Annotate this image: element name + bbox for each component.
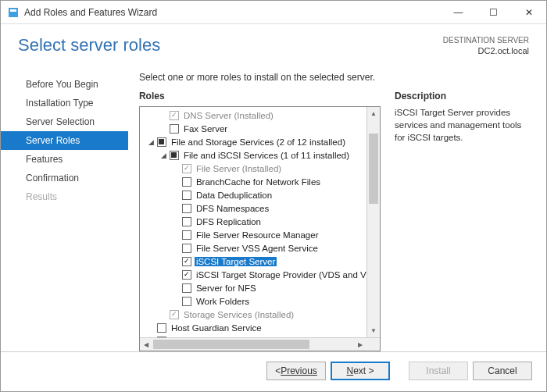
checkbox[interactable] xyxy=(182,230,191,240)
description-label: Description xyxy=(395,91,534,102)
checkbox[interactable] xyxy=(157,323,166,333)
checkbox[interactable] xyxy=(182,191,191,200)
tree-row[interactable]: Data Deduplication xyxy=(140,188,380,201)
close-button[interactable]: ✕ xyxy=(511,1,546,24)
description-column: Description iSCSI Target Server provides… xyxy=(395,91,534,351)
checkbox[interactable] xyxy=(170,111,179,120)
nav-item-features[interactable]: Features xyxy=(1,150,128,169)
nav-item-server-roles[interactable]: Server Roles xyxy=(1,131,128,150)
expander-none xyxy=(173,284,181,292)
tree-row[interactable]: File Server (Installed) xyxy=(140,162,380,175)
previous-button[interactable]: < Previous xyxy=(266,362,326,380)
tree-row[interactable]: Storage Services (Installed) xyxy=(140,308,380,321)
checkbox[interactable] xyxy=(170,124,179,134)
expander-none xyxy=(173,258,181,265)
scroll-thumb-vertical[interactable] xyxy=(369,134,378,204)
role-label[interactable]: File Server VSS Agent Service xyxy=(195,244,320,253)
expander-none xyxy=(173,231,181,239)
role-label[interactable]: File Server (Installed) xyxy=(195,164,283,173)
expander-open-icon[interactable]: ◢ xyxy=(148,138,156,146)
app-icon xyxy=(7,6,20,19)
nav-item-before-you-begin[interactable]: Before You Begin xyxy=(1,75,128,94)
svg-rect-1 xyxy=(10,9,16,12)
expander-open-icon[interactable]: ◢ xyxy=(160,151,168,159)
destination-server: DESTINATION SERVER DC2.oct.local xyxy=(443,35,529,56)
nav-item-installation-type[interactable]: Installation Type xyxy=(1,94,128,112)
roles-tree-container: DNS Server (Installed)Fax Server◢File an… xyxy=(139,106,381,351)
checkbox[interactable] xyxy=(170,151,179,160)
cancel-button[interactable]: Cancel xyxy=(473,362,532,380)
role-label[interactable]: File and iSCSI Services (1 of 11 install… xyxy=(182,151,351,160)
checkbox[interactable] xyxy=(170,310,179,319)
checkbox[interactable] xyxy=(182,177,191,187)
scroll-up-icon[interactable]: ▲ xyxy=(367,107,380,120)
tree-row[interactable]: Host Guardian Service xyxy=(140,321,380,334)
scroll-right-icon[interactable]: ▶ xyxy=(353,338,366,351)
tree-row[interactable]: DFS Namespaces xyxy=(140,201,380,215)
checkbox[interactable] xyxy=(182,297,191,306)
checkbox[interactable] xyxy=(182,270,191,280)
role-label[interactable]: File and Storage Services (2 of 12 insta… xyxy=(170,137,347,147)
role-label[interactable]: Server for NFS xyxy=(195,283,258,293)
tree-row[interactable]: Hyper-V xyxy=(140,334,380,337)
roles-tree[interactable]: DNS Server (Installed)Fax Server◢File an… xyxy=(140,107,380,337)
role-label[interactable]: Work Folders xyxy=(195,297,251,306)
destination-label: DESTINATION SERVER xyxy=(443,35,529,45)
checkbox[interactable] xyxy=(182,164,191,173)
scroll-down-icon[interactable]: ▼ xyxy=(367,324,380,337)
nav-item-server-selection[interactable]: Server Selection xyxy=(1,112,128,131)
tree-row[interactable]: Server for NFS xyxy=(140,281,380,294)
nav-item-confirmation[interactable]: Confirmation xyxy=(1,169,128,187)
checkbox[interactable] xyxy=(157,337,166,338)
checkbox[interactable] xyxy=(182,257,191,266)
checkbox[interactable] xyxy=(182,244,191,253)
instruction-text: Select one or more roles to install on t… xyxy=(139,72,534,83)
main-panel: Select one or more roles to install on t… xyxy=(128,61,546,351)
window-title: Add Roles and Features Wizard xyxy=(24,7,441,18)
expander-none xyxy=(173,191,181,199)
vertical-scrollbar[interactable]: ▲ ▼ xyxy=(366,107,380,337)
scroll-left-icon[interactable]: ◀ xyxy=(140,338,153,351)
nav-item-results: Results xyxy=(1,187,128,206)
description-text: iSCSI Target Server provides services an… xyxy=(395,106,534,144)
tree-row[interactable]: ◢File and Storage Services (2 of 12 inst… xyxy=(140,135,380,148)
expander-none xyxy=(160,112,168,119)
checkbox[interactable] xyxy=(157,137,166,147)
horizontal-scrollbar[interactable]: ◀ ▶ xyxy=(140,337,380,351)
tree-row[interactable]: File Server Resource Manager xyxy=(140,228,380,241)
tree-row[interactable]: DNS Server (Installed) xyxy=(140,109,380,122)
role-label[interactable]: iSCSI Target Server xyxy=(195,257,277,266)
expander-none xyxy=(173,178,181,186)
destination-name: DC2.oct.local xyxy=(443,45,529,56)
maximize-button[interactable]: ☐ xyxy=(476,1,511,24)
role-label[interactable]: BranchCache for Network Files xyxy=(195,177,322,187)
role-label[interactable]: Storage Services (Installed) xyxy=(182,310,295,319)
expander-none xyxy=(173,218,181,226)
tree-row[interactable]: Work Folders xyxy=(140,294,380,308)
role-label[interactable]: DFS Replication xyxy=(195,217,263,226)
titlebar: Add Roles and Features Wizard ― ☐ ✕ xyxy=(1,1,546,24)
role-label[interactable]: DFS Namespaces xyxy=(195,204,270,213)
scroll-thumb-horizontal[interactable] xyxy=(153,340,309,349)
role-label[interactable]: Fax Server xyxy=(182,124,229,134)
checkbox[interactable] xyxy=(182,283,191,293)
role-label[interactable]: Hyper-V xyxy=(170,337,206,338)
tree-row[interactable]: BranchCache for Network Files xyxy=(140,175,380,188)
next-button[interactable]: Next > xyxy=(331,362,390,380)
expander-none xyxy=(173,271,181,279)
tree-row[interactable]: DFS Replication xyxy=(140,215,380,228)
minimize-button[interactable]: ― xyxy=(441,1,476,24)
checkbox[interactable] xyxy=(182,217,191,226)
tree-row[interactable]: iSCSI Target Storage Provider (VDS and V… xyxy=(140,268,380,281)
role-label[interactable]: Data Deduplication xyxy=(195,191,274,200)
role-label[interactable]: Host Guardian Service xyxy=(170,323,263,333)
footer: < Previous Next > Install Cancel xyxy=(1,351,546,389)
tree-row[interactable]: iSCSI Target Server xyxy=(140,255,380,268)
tree-row[interactable]: File Server VSS Agent Service xyxy=(140,241,380,255)
role-label[interactable]: File Server Resource Manager xyxy=(195,230,320,240)
role-label[interactable]: iSCSI Target Storage Provider (VDS and V… xyxy=(195,270,380,280)
tree-row[interactable]: ◢File and iSCSI Services (1 of 11 instal… xyxy=(140,148,380,162)
checkbox[interactable] xyxy=(182,204,191,213)
tree-row[interactable]: Fax Server xyxy=(140,122,380,135)
role-label[interactable]: DNS Server (Installed) xyxy=(182,111,275,120)
